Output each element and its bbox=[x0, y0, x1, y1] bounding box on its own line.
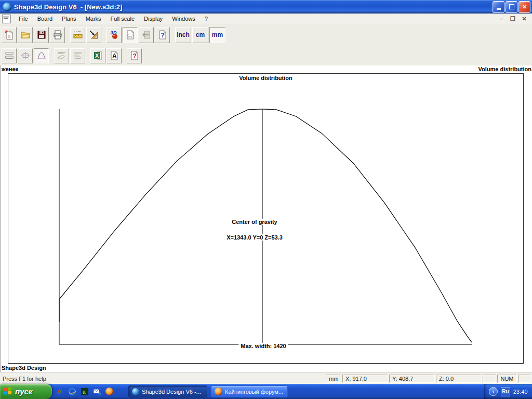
menu-display[interactable]: Display bbox=[139, 15, 167, 23]
chart-title: Volume distribution bbox=[237, 75, 294, 81]
toolbar-main: 3D ? inch cm mm bbox=[0, 24, 532, 46]
menu-plans[interactable]: Plans bbox=[57, 15, 81, 23]
menu-marks[interactable]: Marks bbox=[81, 15, 106, 23]
minimize-icon bbox=[497, 8, 501, 10]
start-button[interactable]: пуск bbox=[0, 384, 52, 399]
design-doc-button[interactable] bbox=[54, 48, 69, 63]
task-shape3d-label: Shape3d Design V6 -... bbox=[142, 389, 201, 395]
help-icon: ? bbox=[157, 30, 168, 40]
help-button[interactable]: ? bbox=[155, 27, 170, 43]
outline-view-button[interactable] bbox=[2, 48, 17, 63]
restore-icon bbox=[509, 4, 514, 9]
context-help-icon: ? bbox=[129, 50, 140, 61]
outlook-express-icon[interactable] bbox=[92, 387, 101, 396]
language-indicator[interactable]: Ru bbox=[501, 387, 510, 396]
firefox-quicklaunch-icon[interactable] bbox=[105, 387, 114, 396]
volume-distribution-chart: Volume distribution Center of gravity X=… bbox=[8, 73, 524, 364]
max-width-label: Max. width: 1420 bbox=[238, 343, 288, 349]
minimize-button[interactable] bbox=[493, 1, 504, 13]
shape3d-task-icon bbox=[132, 388, 139, 395]
task-shape3d[interactable]: Shape3d Design V6 -... bbox=[128, 385, 207, 397]
titlebar: Shape3d Design V6 - [New.s3d:2] ✕ bbox=[0, 0, 532, 14]
menubar: File Board Plans Marks Full scale Displa… bbox=[0, 14, 532, 24]
save-floppy-icon bbox=[36, 30, 47, 40]
toolbar-views: X A ? bbox=[0, 46, 532, 66]
board-plan-button[interactable] bbox=[123, 27, 138, 43]
spec-doc-icon bbox=[73, 50, 83, 61]
open-folder-icon bbox=[20, 30, 31, 40]
center-of-gravity-value: X=1343.0 Y=0 Z=53.3 bbox=[224, 234, 285, 241]
mdi-restore-button[interactable]: ❐ bbox=[509, 16, 516, 22]
mdi-workspace: женек Volume distribution Volume distrib… bbox=[0, 65, 532, 373]
doc-header: женек Volume distribution bbox=[1, 65, 532, 73]
close-button[interactable]: ✕ bbox=[518, 1, 530, 13]
svg-text:?: ? bbox=[161, 32, 164, 39]
ruler-icon bbox=[73, 30, 83, 40]
excel-export-button[interactable]: X bbox=[90, 48, 105, 63]
status-spacer bbox=[483, 375, 496, 383]
menu-full-scale[interactable]: Full scale bbox=[106, 15, 139, 23]
open-button[interactable] bbox=[18, 27, 33, 43]
board-name-label: женек bbox=[2, 66, 18, 72]
app-globe-icon[interactable] bbox=[3, 3, 11, 11]
set-square-icon bbox=[89, 30, 99, 40]
tray-collapse-chevron-icon[interactable]: ‹ bbox=[489, 387, 498, 396]
spec-doc-button[interactable] bbox=[70, 48, 85, 63]
export-button[interactable] bbox=[139, 27, 154, 43]
status-x-coordinate: X: 917.0 bbox=[342, 375, 388, 383]
ruler-button[interactable] bbox=[70, 27, 85, 43]
excel-icon: X bbox=[93, 50, 103, 61]
3d-ball-icon: 3D bbox=[109, 30, 119, 40]
print-button[interactable] bbox=[50, 27, 65, 43]
3d-view-button[interactable]: 3D bbox=[107, 27, 122, 43]
media-app-icon[interactable]: a bbox=[80, 387, 89, 396]
unit-mm-button[interactable]: mm bbox=[209, 27, 225, 43]
tray-clock[interactable]: 23:40 bbox=[513, 389, 528, 395]
volume-curve-icon bbox=[36, 50, 47, 61]
svg-text:A: A bbox=[112, 52, 117, 60]
volume-curve-view-button[interactable] bbox=[34, 48, 49, 63]
status-unit: mm bbox=[326, 375, 341, 383]
internet-explorer-icon[interactable] bbox=[68, 387, 76, 396]
svg-text:X: X bbox=[95, 52, 99, 59]
save-button[interactable] bbox=[34, 27, 49, 43]
design-doc-icon bbox=[57, 50, 67, 61]
child-window-caption: Shape3d Design bbox=[2, 365, 46, 371]
new-page-icon bbox=[4, 30, 15, 40]
svg-text:?: ? bbox=[132, 52, 136, 60]
slice-view-icon bbox=[20, 50, 31, 61]
status-y-coordinate: Y: 408.7 bbox=[389, 375, 435, 383]
unit-inch-button[interactable]: inch bbox=[175, 27, 191, 43]
set-square-button[interactable] bbox=[86, 27, 101, 43]
system-tray: ‹ Ru 23:40 bbox=[484, 384, 532, 399]
task-kiting-forum-label: Кайтинговый форум... bbox=[225, 389, 283, 395]
menu-windows[interactable]: Windows bbox=[167, 15, 200, 23]
menu-help[interactable]: ? bbox=[200, 15, 212, 23]
outline-view-icon bbox=[4, 50, 15, 61]
windows-flag-icon bbox=[4, 387, 12, 396]
slice-view-button[interactable] bbox=[18, 48, 33, 63]
task-kiting-forum[interactable]: Кайтинговый форум... bbox=[211, 385, 288, 397]
menu-file[interactable]: File bbox=[14, 15, 33, 23]
letter-a-icon: A bbox=[109, 50, 119, 61]
unit-cm-button[interactable]: cm bbox=[192, 27, 208, 43]
board-plan-icon bbox=[125, 30, 136, 40]
status-spacer-2 bbox=[518, 375, 530, 383]
desktop: Shape3d Design V6 - [New.s3d:2] ✕ File B… bbox=[0, 0, 532, 399]
center-of-gravity-label: Center of gravity bbox=[230, 219, 279, 225]
export-arrow-icon bbox=[141, 30, 152, 40]
document-icon[interactable] bbox=[2, 15, 11, 23]
window-title: Shape3d Design V6 - [New.s3d:2] bbox=[14, 3, 491, 11]
volume-curve bbox=[59, 109, 472, 342]
menu-board[interactable]: Board bbox=[33, 15, 57, 23]
taskbar: пуск a Shape3d Design V6 -... Кайтинговы… bbox=[0, 384, 532, 399]
firefox-task-icon bbox=[215, 388, 222, 395]
close-icon: ✕ bbox=[522, 4, 527, 10]
restore-button[interactable] bbox=[506, 1, 517, 13]
text-annotations-button[interactable]: A bbox=[107, 48, 122, 63]
new-button[interactable] bbox=[2, 27, 17, 43]
mdi-close-button[interactable]: ✕ bbox=[521, 16, 528, 22]
mdi-minimize-button[interactable]: – bbox=[498, 16, 505, 22]
context-help-button[interactable]: ? bbox=[127, 48, 142, 63]
paint-icon[interactable] bbox=[55, 387, 64, 396]
